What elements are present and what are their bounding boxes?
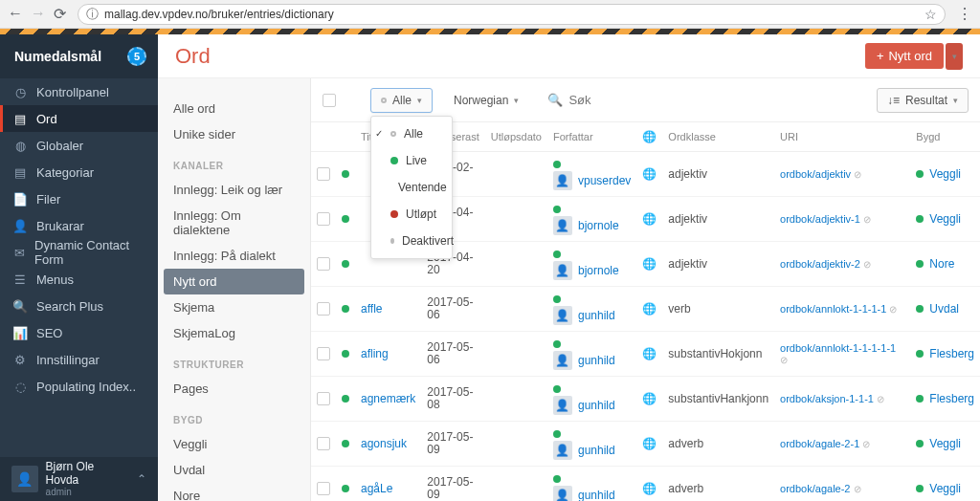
- uri-link[interactable]: ordbok/annlokt-1-1-1-1: [780, 303, 886, 315]
- sidebar-item[interactable]: ▤Ord: [0, 105, 158, 132]
- sidebar-item[interactable]: 🔍Search Plus: [0, 293, 158, 319]
- sidebar-item[interactable]: ◍Globaler: [0, 132, 158, 159]
- sidebar2-item[interactable]: Uvdal: [158, 457, 310, 483]
- globe-icon[interactable]: 🌐: [642, 257, 657, 271]
- sidebar-item[interactable]: ◌Populating Index..: [0, 373, 158, 400]
- row-checkbox[interactable]: [317, 392, 330, 405]
- new-entry-dropdown[interactable]: ▾: [946, 43, 963, 70]
- sidebar2-item[interactable]: Nore: [158, 483, 310, 501]
- uri-link[interactable]: ordbok/adjektiv-1: [780, 213, 860, 225]
- col-wordclass[interactable]: Ordklasse: [662, 122, 774, 152]
- star-icon[interactable]: ☆: [924, 7, 937, 22]
- resultat-button[interactable]: ↓≡ Resultat ▾: [877, 88, 969, 113]
- author-link[interactable]: 👤vpuserdev: [553, 171, 631, 190]
- row-checkbox[interactable]: [317, 347, 330, 360]
- status-option[interactable]: Deaktivert: [371, 228, 452, 254]
- author-link[interactable]: 👤bjornole: [553, 261, 631, 280]
- sidebar2-item[interactable]: Innlegg: Om dialektene: [158, 203, 310, 243]
- status-option[interactable]: Utløpt: [371, 201, 452, 228]
- author-link[interactable]: 👤gunhild: [553, 486, 631, 501]
- entry-title[interactable]: agnemærk: [361, 392, 415, 405]
- author-link[interactable]: 👤gunhild: [553, 306, 631, 325]
- cell-wordclass: adjektiv: [662, 197, 774, 242]
- entry-title[interactable]: agåLe: [361, 482, 392, 495]
- author-link[interactable]: 👤gunhild: [553, 351, 631, 370]
- globe-icon[interactable]: 🌐: [642, 167, 657, 181]
- forward-icon[interactable]: →: [31, 5, 46, 23]
- uri-link[interactable]: ordbok/annlokt-1-1-1-1-1: [780, 342, 896, 354]
- sidebar-item[interactable]: 👤Brukarar: [0, 212, 158, 239]
- uri-sub-icon: ⊘: [863, 259, 871, 270]
- update-badge[interactable]: 5: [127, 47, 146, 66]
- sidebar-item[interactable]: 📄Filer: [0, 185, 158, 212]
- sidebar2-item[interactable]: SkjemaLog: [158, 320, 310, 346]
- sidebar2-item[interactable]: Nytt ord: [164, 269, 304, 294]
- status-option[interactable]: Ventende: [371, 174, 452, 201]
- row-checkbox[interactable]: [317, 437, 330, 450]
- globe-icon[interactable]: 🌐: [642, 437, 657, 450]
- author-link[interactable]: 👤gunhild: [553, 396, 631, 415]
- status-option[interactable]: ✓Alle: [371, 120, 452, 147]
- cell-published: 2017-05-06: [421, 287, 484, 332]
- globe-icon[interactable]: 🌐: [642, 302, 657, 316]
- col-uri[interactable]: URI: [774, 122, 910, 152]
- row-checkbox[interactable]: [317, 167, 330, 181]
- sidebar-footer[interactable]: 👤 Bjørn Ole Hovda admin ⌃: [0, 457, 158, 501]
- entry-title[interactable]: agonsjuk: [361, 437, 407, 450]
- author-avatar-icon: 👤: [553, 306, 572, 325]
- author-link[interactable]: 👤gunhild: [553, 441, 631, 460]
- col-author[interactable]: Forfattar: [547, 122, 636, 152]
- author-link[interactable]: 👤bjornole: [553, 216, 631, 235]
- url-bar[interactable]: ⓘ mallag.dev.vpdev.no/bruker/entries/dic…: [78, 4, 946, 25]
- sidebar2-unique[interactable]: Unike sider: [158, 121, 310, 147]
- globe-icon[interactable]: 🌐: [642, 212, 657, 226]
- reload-icon[interactable]: ⟳: [54, 5, 66, 23]
- uri-link[interactable]: ordbok/agale-2-1: [780, 438, 859, 449]
- bygd-link[interactable]: Flesberg: [916, 392, 974, 405]
- uri-link[interactable]: ordbok/adjektiv-2: [780, 258, 860, 270]
- sidebar-item[interactable]: 📊SEO: [0, 319, 158, 346]
- row-checkbox[interactable]: [317, 482, 330, 495]
- sidebar-item[interactable]: ✉Dynamic Contact Form: [0, 239, 158, 266]
- bygd-link[interactable]: Flesberg: [916, 347, 974, 360]
- bygd-link[interactable]: Veggli: [916, 212, 974, 226]
- sidebar2-item[interactable]: Pages: [158, 376, 310, 402]
- col-bygd[interactable]: Bygd: [910, 122, 980, 152]
- sidebar-item[interactable]: ▤Kategoriar: [0, 159, 158, 185]
- uri-link[interactable]: ordbok/agale-2: [780, 483, 850, 494]
- uri-link[interactable]: ordbok/aksjon-1-1-1: [780, 393, 874, 404]
- sidebar2-item[interactable]: Innlegg: Leik og lær: [158, 177, 310, 203]
- row-checkbox[interactable]: [317, 212, 330, 226]
- status-option[interactable]: Live: [371, 147, 452, 174]
- bygd-link[interactable]: Veggli: [916, 482, 974, 495]
- globe-icon[interactable]: 🌐: [642, 392, 657, 405]
- sidebar2-item[interactable]: Skjema: [158, 294, 310, 320]
- sidebar2-item[interactable]: Innlegg: På dialekt: [158, 243, 310, 269]
- row-checkbox[interactable]: [317, 257, 330, 271]
- new-entry-button[interactable]: + Nytt ord: [865, 43, 944, 69]
- col-globe[interactable]: 🌐: [636, 122, 662, 152]
- sidebar-item[interactable]: ⚙Innstillingar: [0, 346, 158, 373]
- search-input[interactable]: [568, 93, 858, 107]
- bygd-link[interactable]: Nore: [916, 257, 974, 271]
- back-icon[interactable]: ←: [8, 5, 23, 23]
- select-all-checkbox[interactable]: [323, 94, 336, 107]
- globe-icon[interactable]: 🌐: [642, 347, 657, 360]
- status-filter[interactable]: Alle ▾ ✓AlleLiveVentendeUtløptDeaktivert: [370, 88, 433, 113]
- locale-filter[interactable]: Norwegian ▾: [444, 88, 528, 113]
- entry-title[interactable]: affle: [361, 302, 382, 316]
- sidebar-item[interactable]: ☰Menus: [0, 266, 158, 293]
- bygd-link[interactable]: Uvdal: [916, 302, 974, 316]
- globe-icon[interactable]: 🌐: [642, 482, 657, 495]
- sidebar2-all[interactable]: Alle ord: [158, 96, 310, 121]
- chevron-up-icon[interactable]: ⌃: [137, 472, 146, 486]
- entry-title[interactable]: afling: [361, 347, 389, 360]
- bygd-link[interactable]: Veggli: [916, 167, 974, 181]
- row-checkbox[interactable]: [317, 302, 330, 316]
- sidebar2-item[interactable]: Veggli: [158, 431, 310, 457]
- col-expires[interactable]: Utløpsdato: [485, 122, 547, 152]
- sidebar-item[interactable]: ◷Kontrollpanel: [0, 78, 158, 105]
- uri-link[interactable]: ordbok/adjektiv: [780, 168, 851, 180]
- bygd-link[interactable]: Veggli: [916, 437, 974, 450]
- browser-menu-icon[interactable]: ⋮: [957, 5, 972, 23]
